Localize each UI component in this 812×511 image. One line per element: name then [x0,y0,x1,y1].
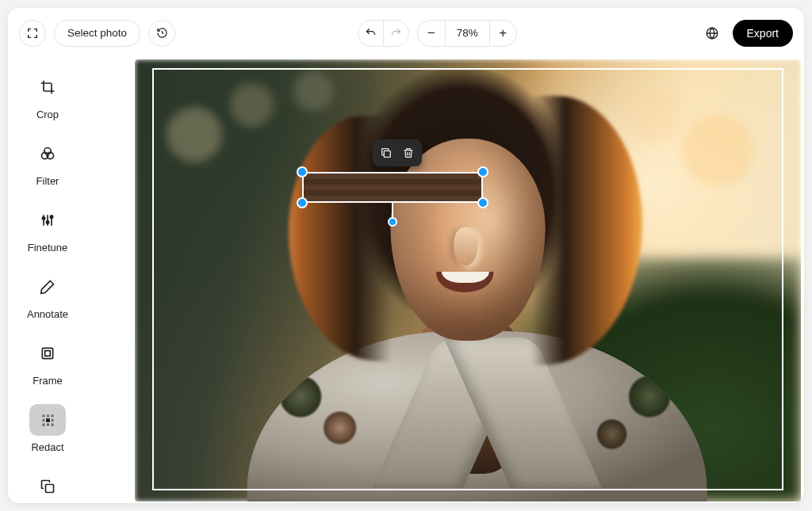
zoom-out-button[interactable]: − [418,21,445,46]
history-icon [156,27,168,39]
tool-finetune[interactable]: Finetune [28,204,68,254]
svg-rect-10 [46,485,54,493]
tool-redact[interactable]: Redact [29,404,66,453]
undo-redo-group [358,20,409,47]
editor-app: Select photo − 78% + [8,8,804,503]
undo-button[interactable] [358,21,383,46]
crop-icon [29,71,66,103]
select-photo-button[interactable]: Select photo [54,20,140,47]
main-area: Crop Filter Finetune Annotate [8,58,804,503]
undo-icon [365,27,377,39]
tool-crop[interactable]: Crop [29,71,66,120]
photo [135,59,801,501]
finetune-icon [29,204,66,236]
toolbar-left: Select photo [19,20,175,47]
export-label: Export [747,27,779,40]
export-button[interactable]: Export [733,20,793,47]
filter-icon [29,138,66,170]
svg-point-5 [46,221,48,223]
selection-toolbar [373,139,422,166]
language-button[interactable] [699,21,725,46]
annotate-icon [29,271,66,303]
zoom-in-button[interactable]: + [489,21,516,46]
duplicate-button[interactable] [377,144,395,162]
delete-button[interactable] [400,144,417,162]
fullscreen-button[interactable] [19,20,46,47]
duplicate-icon [380,147,393,159]
svg-rect-11 [384,151,390,157]
handle-rotation[interactable] [388,217,397,227]
handle-top-left[interactable] [297,166,308,177]
top-toolbar: Select photo − 78% + [8,8,804,58]
select-photo-label: Select photo [67,27,127,39]
toolbar-center: − 78% + [183,20,691,47]
canvas-area [87,58,804,503]
frame-icon [29,337,66,369]
tool-annotate-label: Annotate [27,308,68,320]
tool-resize[interactable]: Resize [29,471,66,503]
tool-crop-label: Crop [36,109,59,120]
svg-point-4 [42,217,44,219]
canvas[interactable] [135,59,801,501]
svg-rect-9 [46,418,50,422]
handle-top-right[interactable] [477,166,488,177]
globe-icon [705,26,719,40]
history-button[interactable] [148,20,175,47]
photo-face [391,139,546,341]
svg-rect-8 [45,351,51,357]
redact-icon [29,404,66,436]
svg-point-6 [50,215,52,218]
zoom-value: 78% [445,21,489,46]
zoom-group: − 78% + [417,20,517,47]
tool-frame-label: Frame [33,375,63,387]
redo-icon [390,27,402,39]
tool-sidebar: Crop Filter Finetune Annotate [8,58,87,503]
tool-filter[interactable]: Filter [29,138,66,187]
tool-frame[interactable]: Frame [29,337,66,387]
fullscreen-icon [26,27,39,40]
tool-finetune-label: Finetune [28,242,68,254]
redaction-area[interactable] [302,172,483,203]
toolbar-right: Export [699,20,793,47]
handle-bottom-right[interactable] [477,197,488,208]
redaction-selection[interactable] [302,172,483,203]
svg-rect-7 [42,348,52,358]
tool-filter-label: Filter [36,175,59,187]
resize-icon [29,471,66,502]
redo-button[interactable] [383,21,408,46]
tool-redact-label: Redact [31,441,63,453]
handle-bottom-left[interactable] [297,197,308,208]
trash-icon [402,147,415,159]
tool-annotate[interactable]: Annotate [27,271,68,320]
